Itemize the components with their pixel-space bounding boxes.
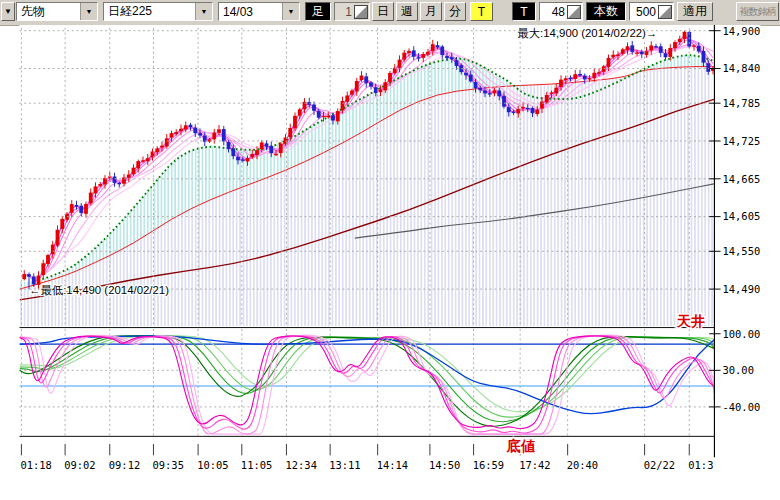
time-axis-label: 20:40: [567, 459, 598, 471]
time-axis-label: 12:34: [286, 459, 317, 471]
price-axis-label: 14,725: [723, 135, 761, 147]
time-axis-label: 01:3: [688, 459, 713, 471]
price-axis-label: 14,550: [723, 245, 761, 257]
price-axis-label: 14,665: [723, 173, 761, 185]
toolbar: ▼ 先物 ▼ 日経225 ▼ 14/03 ▼ 足 1 日 週 月 分 T T 4…: [0, 0, 780, 26]
time-axis-label: 14:50: [429, 459, 460, 471]
time-axis-label: 11:05: [241, 459, 272, 471]
chevron-down-icon: ▼: [4, 7, 12, 16]
ceiling-annotation: 天井: [676, 313, 706, 329]
period-month-button[interactable]: 月: [420, 2, 442, 21]
price-axis-label: 14,605: [723, 210, 761, 222]
bars-label: 本数: [586, 2, 626, 21]
time-axis-label: 10:05: [197, 459, 228, 471]
time-axis-label: 09:02: [64, 459, 95, 471]
chevron-down-icon: ▼: [288, 8, 295, 15]
price-chart-svg: 14,90014,84014,78514,72514,66514,60514,5…: [0, 25, 780, 500]
period-day-button[interactable]: 日: [372, 2, 394, 21]
floor-annotation: 底値: [506, 438, 536, 454]
bars-count-value: 500: [636, 5, 658, 19]
apply-button[interactable]: 適用: [677, 2, 713, 21]
period-week-button[interactable]: 週: [396, 2, 418, 21]
time-axis-label: 16:59: [473, 459, 504, 471]
multi-symbol-button[interactable]: 複数銘柄: [736, 2, 779, 21]
instrument-type-select[interactable]: 先物 ▼: [16, 2, 98, 21]
oscillator-axis-label: 100.00: [723, 328, 761, 340]
price-axis-label: 14,490: [723, 283, 761, 295]
chevron-down-icon: ▼: [201, 8, 208, 15]
time-axis-label: 09:35: [153, 459, 184, 471]
tick-count-value: 48: [552, 5, 567, 19]
time-axis-label: 01:18: [20, 459, 51, 471]
oscillator-axis-label: -40.00: [723, 401, 761, 413]
instrument-type-value: 先物: [17, 3, 80, 20]
time-axis-label: 17:42: [519, 459, 550, 471]
instrument-type-dropdown-button[interactable]: ▼: [80, 3, 97, 20]
contract-month-value: 14/03: [219, 5, 282, 19]
multi-symbol-label: 複数銘柄: [740, 5, 776, 19]
contract-month-select[interactable]: 14/03 ▼: [218, 2, 300, 21]
time-axis-label: 09:12: [109, 459, 140, 471]
max-price-annotation: 最大:14,900 (2014/02/22)→: [517, 27, 657, 39]
left-dropdown-button[interactable]: ▼: [1, 2, 15, 21]
oscillator-axis-label: 30.00: [723, 364, 754, 376]
instrument-dropdown-button[interactable]: ▼: [195, 3, 212, 20]
bar-type-label: 足: [305, 2, 331, 21]
time-axis-label: 14:14: [377, 459, 408, 471]
contract-month-dropdown-button[interactable]: ▼: [282, 3, 299, 20]
instrument-select[interactable]: 日経225 ▼: [103, 2, 213, 21]
tick-toggle-button[interactable]: T: [470, 2, 493, 21]
bars-count-input[interactable]: 500: [629, 2, 674, 21]
time-axis-label: 02/22: [644, 459, 675, 471]
chart-area: 14,90014,84014,78514,72514,66514,60514,5…: [0, 25, 780, 500]
period-minute-button[interactable]: 分: [444, 2, 466, 21]
tick-count-input[interactable]: 48: [539, 2, 583, 21]
price-axis-label: 14,785: [723, 97, 761, 109]
time-axis-label: 13:11: [329, 459, 360, 471]
chevron-down-icon: ▼: [86, 8, 93, 15]
interval-value: 1: [345, 5, 354, 19]
price-axis-label: 14,840: [723, 62, 761, 74]
instrument-value: 日経225: [104, 3, 195, 20]
interval-input[interactable]: 1: [334, 2, 370, 21]
spinner-icon[interactable]: [354, 5, 368, 19]
spinner-icon[interactable]: [658, 5, 672, 19]
tick-label: T: [512, 2, 536, 21]
spinner-icon[interactable]: [567, 5, 581, 19]
chart-application-window: ▼ 先物 ▼ 日経225 ▼ 14/03 ▼ 足 1 日 週 月 分 T T 4…: [0, 0, 780, 500]
price-axis-label: 14,900: [723, 25, 761, 37]
min-price-annotation: ←最低:14,490 (2014/02/21): [29, 284, 169, 296]
